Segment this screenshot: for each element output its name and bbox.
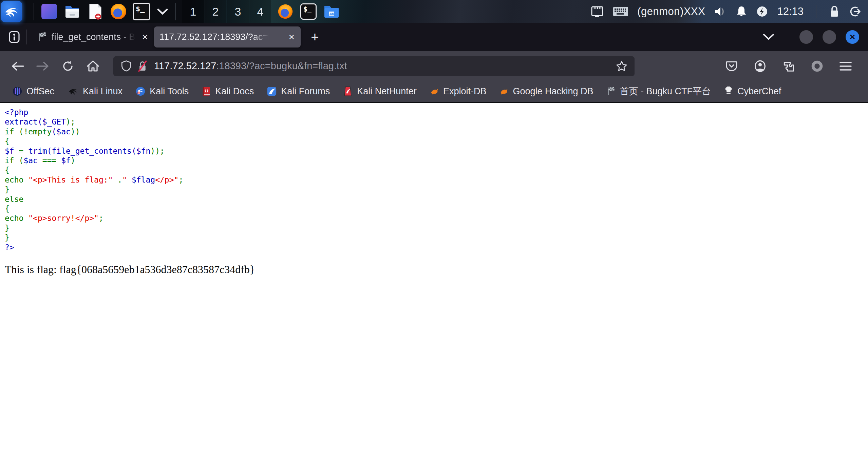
bookmark-label: Kali NetHunter: [357, 86, 417, 97]
firefox-launcher[interactable]: [109, 2, 128, 21]
bookmark-item[interactable]: Kali NetHunter: [339, 84, 421, 99]
url-host: 117.72.52.127: [154, 60, 216, 71]
hamburger-menu-icon[interactable]: [835, 56, 856, 76]
document-icon: [87, 3, 104, 20]
chevron-down-icon: [157, 8, 168, 15]
bookmark-item[interactable]: OffSec: [8, 84, 58, 99]
workspace-switcher: 1234: [182, 0, 271, 23]
taskbar-firefox-window[interactable]: [276, 2, 295, 21]
terminal-icon: $_: [133, 3, 150, 20]
url-text: 117.72.52.127:18393/?ac=bugku&fn=flag.tx…: [154, 60, 614, 72]
list-all-tabs-button[interactable]: [752, 33, 785, 41]
clock-label[interactable]: 12:13: [777, 5, 804, 18]
blue-folder-icon: [323, 3, 340, 20]
shield-tracking-icon[interactable]: [118, 58, 134, 74]
code-line: if (!empty($ac)): [5, 127, 868, 136]
bookmark-item[interactable]: 首页 - Bugku CTF平台: [602, 83, 715, 99]
tab-close-icon[interactable]: ×: [141, 32, 149, 42]
home-button[interactable]: [83, 56, 103, 76]
applications-menu-button[interactable]: [1, 1, 22, 22]
window-controls: ×: [785, 30, 863, 44]
network-port-icon[interactable]: [590, 5, 604, 18]
code-line: {: [5, 165, 868, 175]
maximize-button[interactable]: [822, 30, 837, 44]
keyboard-layout-icon[interactable]: [613, 6, 628, 17]
bookmark-star-icon[interactable]: [614, 58, 630, 74]
terminal-launcher[interactable]: $_: [132, 2, 151, 21]
proxy-extension-icon[interactable]: [807, 56, 827, 76]
tab-close-icon[interactable]: ×: [288, 32, 295, 42]
bird-icon: [499, 87, 509, 96]
firefox-navigation-bar: 117.72.52.127:18393/?ac=bugku&fn=flag.tx…: [0, 51, 868, 81]
panel-separator: [175, 3, 176, 20]
text-editor-launcher[interactable]: [86, 2, 105, 21]
flag-output-text: This is flag: flag{068a5659eb1a536d3e87c…: [5, 263, 868, 276]
navbar-right-icons: [721, 56, 861, 76]
launcher-expand-button[interactable]: [155, 2, 170, 21]
bookmark-item[interactable]: Exploit-DB: [426, 84, 491, 99]
workspace-button-4[interactable]: 4: [249, 0, 271, 23]
bird-icon: [430, 87, 439, 96]
bookmarks-bar: OffSecKali LinuxKali ToolsKali DocsKali …: [0, 81, 868, 103]
flag-icon: [606, 86, 616, 96]
taskbar-files-window[interactable]: [322, 2, 341, 21]
genmon-plugin-label: (genmon)XXX: [637, 5, 705, 18]
kali-dragon-icon: [4, 4, 19, 19]
bookmark-item[interactable]: Kali Forums: [263, 84, 334, 99]
bookmark-label: Google Hacking DB: [513, 86, 593, 97]
tab-separator: [26, 30, 27, 44]
extensions-puzzle-icon[interactable]: [778, 56, 799, 76]
taskbar-terminal-window[interactable]: $_: [299, 2, 318, 21]
code-line: $f = trim(file_get_contents($fn));: [5, 146, 868, 156]
panel-right-group: (genmon)XXX 12:13: [590, 0, 868, 23]
code-line: }: [5, 223, 868, 233]
logout-icon[interactable]: [849, 5, 862, 18]
code-line: <?php: [5, 108, 868, 117]
url-bar[interactable]: 117.72.52.127:18393/?ac=bugku&fn=flag.tx…: [113, 56, 635, 76]
folder-icon: [63, 3, 81, 20]
tab-bugku[interactable]: file_get_contents - Bugku ×: [32, 26, 154, 48]
file-manager-launcher[interactable]: [63, 2, 82, 21]
launcher-app-button[interactable]: [40, 2, 59, 21]
workspace-button-1[interactable]: 1: [182, 0, 204, 23]
kalitools-icon: [135, 86, 146, 96]
back-button[interactable]: [7, 56, 28, 76]
panel-separator: [816, 5, 816, 18]
forward-button[interactable]: [33, 56, 53, 76]
bookmark-item[interactable]: Kali Tools: [131, 84, 193, 99]
pocket-icon[interactable]: [721, 56, 742, 76]
code-line: if ($ac === $f): [5, 156, 868, 165]
top-panel: $_ 1234 $_ (genmon)XXX: [0, 0, 868, 23]
reload-button[interactable]: [58, 56, 78, 76]
firefox-view-button[interactable]: [5, 27, 24, 46]
kalidocs-icon: [202, 86, 211, 96]
volume-icon[interactable]: [714, 6, 727, 17]
bookmark-item[interactable]: CyberChef: [720, 84, 785, 99]
lock-screen-icon[interactable]: [829, 5, 840, 18]
code-line: }: [5, 233, 868, 242]
code-line: {: [5, 136, 868, 146]
workspace-button-3[interactable]: 3: [227, 0, 249, 23]
code-line: else: [5, 194, 868, 204]
bookmark-item[interactable]: Kali Docs: [197, 84, 258, 99]
bookmark-item[interactable]: Google Hacking DB: [495, 84, 597, 99]
minimize-button[interactable]: [799, 30, 814, 44]
tab-current[interactable]: 117.72.52.127:18393/?ac=bugk ×: [154, 26, 301, 48]
account-icon[interactable]: [750, 56, 770, 76]
bookmark-item[interactable]: Kali Linux: [63, 84, 127, 99]
bookmark-label: Kali Linux: [83, 86, 122, 97]
tab-title: 117.72.52.127:18393/?ac=bugk: [159, 32, 271, 42]
firefox-icon: [277, 3, 294, 20]
purple-app-icon: [41, 3, 58, 20]
php-source: <?phpextract($_GET);if (!empty($ac)){$f …: [5, 108, 868, 252]
code-line: echo "<p>sorry!</p>";: [5, 213, 868, 223]
panel-separator: [34, 3, 34, 20]
close-window-button[interactable]: ×: [845, 30, 860, 44]
power-manager-icon[interactable]: [756, 5, 768, 18]
notifications-bell-icon[interactable]: [736, 5, 747, 18]
workspace-button-2[interactable]: 2: [205, 0, 226, 23]
firefox-icon: [110, 3, 127, 20]
new-tab-button[interactable]: +: [305, 27, 324, 46]
page-content: <?phpextract($_GET);if (!empty($ac)){$f …: [0, 103, 868, 456]
insecure-lock-icon[interactable]: [134, 58, 151, 74]
